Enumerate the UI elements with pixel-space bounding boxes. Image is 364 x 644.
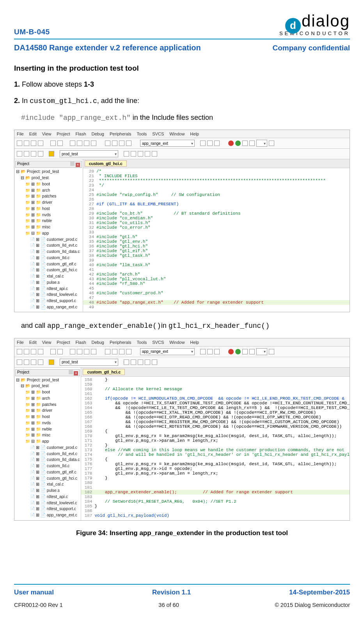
- stop-icon: [228, 141, 234, 146]
- menu-svcs[interactable]: SVCS: [152, 340, 164, 345]
- step-2: 2. In custom_gtl_hci.c, add the line:: [14, 96, 350, 106]
- tree-node[interactable]: ⊞ 📁 patches: [16, 193, 82, 199]
- menu-window[interactable]: Window: [169, 132, 185, 136]
- doc-code: UM-B-045: [14, 28, 50, 36]
- tree-node[interactable]: ⊞ 📄 pulse.s: [16, 279, 82, 286]
- company-logo: d dialog SEMICONDUCTOR: [279, 12, 350, 36]
- menu-tools[interactable]: Tools: [137, 132, 147, 136]
- menu-project[interactable]: Project: [57, 132, 70, 136]
- tree-node[interactable]: ⊟ 📂 prod_test: [16, 383, 80, 389]
- tree-node[interactable]: ⊞ 📁 driver: [16, 407, 80, 414]
- tree-node[interactable]: ⊞ 📁 host: [16, 414, 80, 420]
- project-panel: Project × ⊟ 📂 Project: prod_test⊟ 📂 prod…: [14, 159, 83, 312]
- tree-node[interactable]: ⊞ 📁 boot: [16, 181, 82, 187]
- tree-node[interactable]: ⊞ 📄 custom_lld.c: [16, 463, 80, 469]
- logo-icon: d: [285, 18, 301, 34]
- logo-word: dialog: [302, 12, 350, 30]
- go-icon: [235, 349, 241, 354]
- tree-node[interactable]: ⊟ 📂 prod_test: [16, 175, 82, 181]
- menu-help[interactable]: Help: [190, 132, 199, 136]
- tree-node[interactable]: ⊞ 📄 customer_prod.c: [16, 237, 82, 243]
- target-dropdown[interactable]: app_range_ext: [140, 348, 195, 355]
- tree-node[interactable]: ⊞ 📁 misc: [16, 432, 80, 438]
- title-row: DA14580 Range extender v.2 reference app…: [14, 43, 350, 52]
- menu-tools[interactable]: Tools: [137, 340, 147, 345]
- tree-node[interactable]: ⊞ 📄 rdtest_lowlevel.c: [16, 500, 80, 506]
- menu-peripherals[interactable]: Peripherals: [110, 340, 131, 345]
- footer-ref: CFR0012-00 Rev 1: [14, 602, 63, 608]
- tree-node[interactable]: ⊞ 📄 pulse.s: [16, 487, 80, 494]
- tree-node[interactable]: ⊞ 📄 custom_gtl_hci.c: [16, 267, 82, 273]
- tree-node[interactable]: ⊞ 📄 custom_gtl_hci.c: [16, 475, 80, 482]
- menu-edit[interactable]: Edit: [29, 340, 37, 345]
- tree-node[interactable]: ⊞ 📁 driver: [16, 199, 82, 206]
- step-1: 1. Follow above steps 1-3: [14, 80, 350, 89]
- menu-debug[interactable]: Debug: [92, 132, 104, 136]
- tree-node[interactable]: ⊟ 📂 Project: prod_test: [16, 377, 80, 383]
- menu-help[interactable]: Help: [190, 340, 199, 345]
- tree-node[interactable]: ⊞ 📄 xtal_cal.c: [16, 273, 82, 279]
- menu-flash[interactable]: Flash: [76, 340, 86, 345]
- tree-node[interactable]: ⊞ 📄 app_range_ext.c: [16, 512, 80, 518]
- menu-window[interactable]: Window: [169, 340, 185, 345]
- tree-node[interactable]: ⊞ 📄 custom_lld_evt.c: [16, 451, 80, 457]
- tree-node[interactable]: ⊞ 📁 rwble: [16, 218, 82, 224]
- footer-doc-type: User manual: [14, 589, 54, 596]
- include-code: #include "app_range_ext.h": [21, 114, 131, 122]
- tree-node[interactable]: ⊞ 📄 custom_gtl_eif.c: [16, 469, 80, 475]
- tree-node[interactable]: ⊞ 📄 custom_lld.c: [16, 255, 82, 261]
- ide-toolbar-1: app_range_ext: [14, 138, 350, 149]
- editor-tab[interactable]: custom_gtl_hci.c: [85, 160, 127, 167]
- tree-node[interactable]: ⊞ 📄 customer_prod.c: [16, 445, 80, 451]
- tree-node[interactable]: ⊟ 📁 app: [16, 230, 82, 237]
- editor-tab[interactable]: custom_gtl_hci.c: [83, 369, 125, 375]
- menu-svcs[interactable]: SVCS: [152, 132, 164, 136]
- menu-edit[interactable]: Edit: [29, 132, 37, 136]
- config-dropdown[interactable]: prod_test: [60, 150, 118, 157]
- menu-file[interactable]: File: [17, 340, 24, 345]
- tree-node[interactable]: ⊞ 📄 custom_gtl_eif.c: [16, 261, 82, 267]
- close-icon[interactable]: ×: [74, 371, 78, 375]
- close-icon[interactable]: ×: [76, 163, 80, 167]
- tree-node[interactable]: ⊞ 📁 arch: [16, 187, 82, 194]
- menu-flash[interactable]: Flash: [76, 132, 86, 136]
- tree-node[interactable]: ⊞ 📄 rdtest_api.c: [16, 494, 80, 500]
- target-dropdown[interactable]: app_range_ext: [140, 140, 195, 147]
- tree-node[interactable]: ⊞ 📄 rdtest_api.c: [16, 286, 82, 292]
- tree-node[interactable]: ⊞ 📄 xtal_cal.c: [16, 481, 80, 487]
- tree-node[interactable]: ⊞ 📁 rwble: [16, 426, 80, 432]
- footer-page: 36 of 60: [158, 602, 179, 608]
- config-dropdown[interactable]: prod_test: [60, 359, 118, 366]
- tree-node[interactable]: ⊞ 📄 custom_lld_data.c: [16, 249, 82, 255]
- tree-node[interactable]: ⊟ 📁 app: [16, 438, 80, 445]
- tree-node[interactable]: ⊞ 📁 misc: [16, 224, 82, 230]
- tree-node[interactable]: ⊞ 📁 boot: [16, 389, 80, 395]
- section-heading: Inserting in the production test tool: [14, 64, 350, 73]
- tree-node[interactable]: ⊞ 📄 rdtest_support.c: [16, 298, 82, 304]
- menu-file[interactable]: File: [17, 132, 24, 136]
- menu-view[interactable]: View: [42, 132, 51, 136]
- menu-debug[interactable]: Debug: [92, 340, 104, 345]
- menu-project[interactable]: Project: [57, 340, 70, 345]
- tree-node[interactable]: ⊞ 📄 custom_lld_data.c: [16, 457, 80, 463]
- figure-caption: Figure 34: Inserting app_range_extender …: [14, 529, 350, 537]
- tree-node[interactable]: ⊞ 📄 app_range_ext.c: [16, 304, 82, 310]
- tree-node[interactable]: ⊞ 📁 nvds: [16, 212, 82, 218]
- menu-view[interactable]: View: [42, 340, 51, 345]
- footer-secondary: CFR0012-00 Rev 1 36 of 60 © 2015 Dialog …: [14, 602, 350, 608]
- tree-node[interactable]: ⊞ 📁 nvds: [16, 420, 80, 426]
- tree-node[interactable]: ⊞ 📄 custom_lld_evt.c: [16, 242, 82, 249]
- tree-node[interactable]: ⊞ 📁 patches: [16, 402, 80, 408]
- tree-node[interactable]: ⊞ 📄 rdtest_lowlevel.c: [16, 292, 82, 298]
- go-icon: [235, 141, 241, 146]
- tree-node[interactable]: ⊟ 📂 Project: prod_test: [16, 169, 82, 175]
- project-panel: Project × ⊟ 📂 Project: prod_test⊟ 📂 prod…: [14, 368, 81, 520]
- confidential-label: Company confidential: [273, 44, 350, 52]
- footer-primary: User manual Revision 1.1 14-September-20…: [14, 584, 350, 596]
- menu-peripherals[interactable]: Peripherals: [110, 132, 131, 136]
- ide-menubar: FileEditViewProjectFlashDebugPeripherals…: [14, 338, 350, 347]
- tree-node[interactable]: ⊞ 📄 rdtest_support.c: [16, 506, 80, 512]
- footer-revision: Revision 1.1: [152, 589, 191, 596]
- tree-node[interactable]: ⊞ 📁 host: [16, 206, 82, 212]
- tree-node[interactable]: ⊞ 📁 arch: [16, 395, 80, 402]
